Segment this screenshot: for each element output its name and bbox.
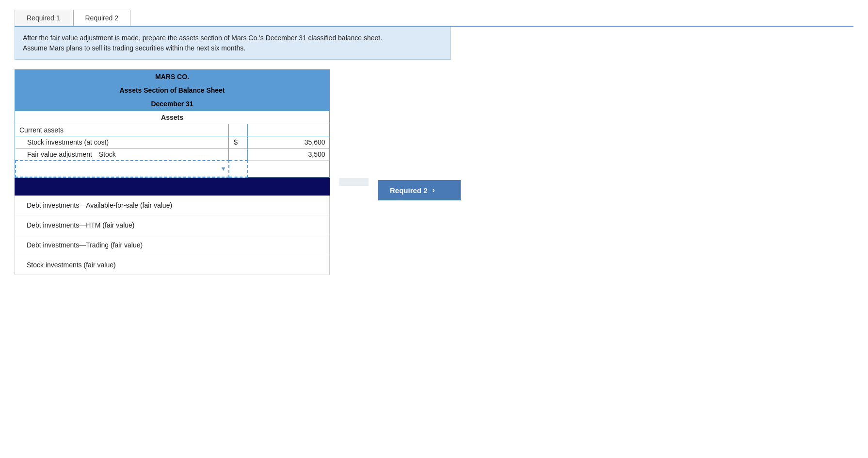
fair-value-label: Fair value adjustment—Stock [16, 148, 229, 161]
dropdown-value-cell[interactable] [247, 161, 329, 177]
bottom-section: Debt investments—Available-for-sale (fai… [15, 178, 853, 275]
stock-investments-value: 35,600 [247, 136, 329, 148]
tab-required1[interactable]: Required 1 [15, 10, 72, 26]
dropdown-item-3[interactable]: Debt investments—Trading (fair value) [15, 235, 329, 255]
current-assets-row: Current assets [16, 124, 329, 136]
instructions-box: After the fair value adjustment is made,… [15, 27, 451, 60]
bs-section-title: Assets Section of Balance Sheet [15, 83, 329, 97]
dropdown-row[interactable]: ▼ [16, 161, 329, 177]
fair-value-value: 3,500 [247, 148, 329, 161]
bs-date: December 31 [15, 97, 329, 111]
dropdown-dollar-cell [229, 161, 248, 177]
fair-value-adjustment-row: Fair value adjustment—Stock 3,500 [16, 148, 329, 161]
fair-value-dollar [229, 148, 248, 161]
dropdown-item-1[interactable]: Debt investments—Available-for-sale (fai… [15, 196, 329, 215]
dropdown-menu-container: Debt investments—Available-for-sale (fai… [15, 178, 330, 275]
tab-required2[interactable]: Required 2 [73, 10, 131, 26]
bs-company-name: MARS CO. [15, 70, 329, 83]
dropdown-arrow-icon[interactable]: ▼ [219, 165, 228, 172]
dropdown-cell[interactable]: ▼ [16, 161, 229, 177]
page-container: Required 1 Required 2 After the fair val… [0, 0, 868, 458]
current-assets-dollar [229, 124, 248, 136]
grey-spacer [339, 178, 369, 186]
dropdown-item-2[interactable]: Debt investments—HTM (fair value) [15, 215, 329, 235]
stock-investments-dollar: $ [229, 136, 248, 148]
dropdown-selected-label [16, 167, 219, 171]
bs-assets-header: Assets [15, 111, 329, 124]
balance-sheet-container: MARS CO. Assets Section of Balance Sheet… [15, 69, 330, 178]
chevron-right-icon: › [433, 186, 435, 195]
stock-investments-row: Stock investments (at cost) $ 35,600 [16, 136, 329, 148]
tabs-container: Required 1 Required 2 [15, 10, 853, 27]
dropdown-item-4[interactable]: Stock investments (fair value) [15, 255, 329, 275]
dropdown-menu-list: Debt investments—Available-for-sale (fai… [15, 196, 330, 275]
current-assets-value [247, 124, 329, 136]
bs-table: Current assets Stock investments (at cos… [15, 124, 329, 178]
dropdown-menu-header [15, 178, 330, 196]
required2-button[interactable]: Required 2 › [378, 180, 461, 200]
stock-investments-label: Stock investments (at cost) [16, 136, 229, 148]
current-assets-label: Current assets [16, 124, 229, 136]
instructions-text: After the fair value adjustment is made,… [23, 34, 382, 52]
